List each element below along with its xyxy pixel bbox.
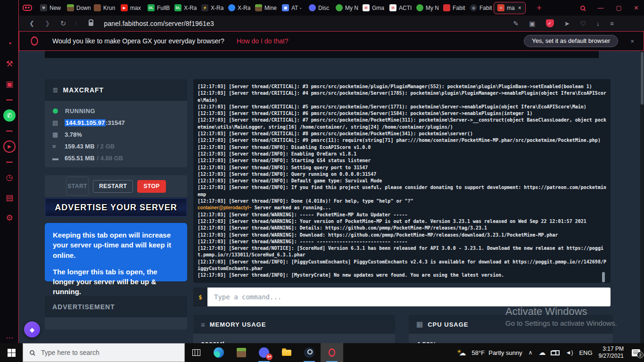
lock-icon[interactable] bbox=[89, 22, 93, 26]
search-tabs-icon[interactable] bbox=[580, 6, 585, 10]
taskbar-search-input[interactable] bbox=[40, 348, 158, 357]
start-button-windows[interactable] bbox=[0, 343, 23, 362]
browser-tab[interactable]: DLFullB bbox=[144, 2, 171, 14]
cpu-usage-header: ▦ CPU USAGE bbox=[409, 315, 613, 334]
power-buttons-card: START RESTART STOP bbox=[45, 175, 187, 197]
tab-favicon bbox=[255, 4, 262, 11]
task-view-button[interactable] bbox=[185, 343, 207, 362]
taskbar-edge[interactable] bbox=[207, 343, 230, 362]
tab-label: Fabit bbox=[453, 5, 465, 11]
taskbar-opera[interactable] bbox=[321, 343, 343, 362]
minimize-button[interactable]: — bbox=[597, 4, 603, 11]
snapshot-icon[interactable]: ▣ bbox=[529, 20, 535, 27]
url-text[interactable]: panel.fabithost.com/server/8f1961e3 bbox=[104, 20, 214, 27]
browser-tab[interactable]: Fabit bbox=[440, 2, 467, 14]
taskbar-minecraft[interactable] bbox=[230, 343, 253, 362]
tab-close-icon[interactable]: × bbox=[518, 5, 521, 11]
browser-tab[interactable]: ≺ma× bbox=[494, 2, 526, 14]
server-card-header: ≣ MAXCRAFT bbox=[45, 79, 187, 101]
set-default-button[interactable]: Yes, set it as default browser bbox=[524, 35, 618, 47]
browser-tab[interactable]: ▦AT - bbox=[279, 2, 305, 14]
video-popout-icon[interactable]: ▶ bbox=[3, 140, 16, 153]
taskbar-steam[interactable] bbox=[298, 343, 321, 362]
taskbar-clock[interactable]: 3:17 PM 9/27/2021 bbox=[599, 346, 624, 360]
browser-tab[interactable]: MACTI bbox=[386, 2, 413, 14]
weather-widget[interactable]: ☀☁ 58°F Partly sunny bbox=[457, 348, 522, 357]
gx-corner-icon[interactable]: ◔ bbox=[3, 38, 16, 50]
server-disk-used: 655.51 MB bbox=[65, 155, 95, 162]
bookmark-heart-icon[interactable]: ♡ bbox=[580, 20, 586, 27]
minecraft-icon bbox=[237, 348, 246, 357]
browser-tab[interactable]: Disc bbox=[305, 2, 332, 14]
browser-tab[interactable]: ◎Fabit bbox=[467, 2, 494, 14]
banner-help-link[interactable]: How do I do that? bbox=[237, 37, 289, 45]
browser-tab[interactable]: ⚡X-Ra bbox=[198, 2, 225, 14]
forward-icon[interactable]: ❯ bbox=[45, 20, 50, 27]
back-icon[interactable]: ❮ bbox=[29, 20, 34, 27]
close-window-button[interactable]: × bbox=[634, 4, 638, 12]
adblock-shield-icon[interactable]: ✓ bbox=[546, 19, 554, 27]
banner-close-icon[interactable]: × bbox=[630, 38, 634, 45]
volume-icon[interactable]: ◄) bbox=[566, 349, 573, 356]
restore-button[interactable]: ▢ bbox=[616, 4, 621, 11]
advertise-banner[interactable]: ADVERTISE YOUR SERVER bbox=[45, 198, 187, 217]
browser-tab[interactable]: DLX-Ra bbox=[171, 2, 198, 14]
steam-icon bbox=[304, 347, 314, 358]
downloads-icon[interactable]: ↓ bbox=[596, 20, 600, 27]
chat-widget-button[interactable]: ◆ bbox=[24, 321, 40, 337]
console-line: [12:17:03] [Server thread/CRITICAL]: #6 … bbox=[198, 110, 606, 117]
memory-usage-title: MEMORY USAGE bbox=[210, 321, 266, 328]
command-input[interactable] bbox=[207, 288, 611, 306]
send-to-device-icon[interactable]: ➤ bbox=[564, 20, 570, 27]
browser-tab[interactable]: ⚒New bbox=[37, 2, 64, 14]
reload-icon[interactable]: ↻ bbox=[60, 19, 66, 28]
server-cpu: 3.78% bbox=[65, 131, 82, 138]
tab-label: ma bbox=[507, 5, 515, 11]
onedrive-cloud-icon[interactable]: ☁ bbox=[539, 348, 546, 357]
settings-icon[interactable]: ⚙ bbox=[3, 212, 16, 224]
disk-icon: ▬ bbox=[52, 155, 65, 162]
opera-gx-logo bbox=[31, 36, 38, 46]
page-scrollbar-thumb[interactable] bbox=[641, 52, 644, 105]
sidebar-more-icon[interactable]: ⋯ bbox=[0, 333, 19, 342]
start-button[interactable]: START bbox=[66, 177, 89, 196]
easy-setup-icon[interactable]: ≡ bbox=[610, 20, 614, 27]
tray-chevron-icon[interactable]: ∧ bbox=[528, 349, 533, 356]
server-console[interactable]: [12:17:03] [Server thread/CRITICAL]: #3 … bbox=[193, 79, 611, 283]
notification-center-icon[interactable]: 2 bbox=[632, 349, 640, 356]
browser-tab[interactable]: Krun bbox=[91, 2, 117, 14]
uptime-info-box: Keeping this tab open will increase your… bbox=[45, 223, 187, 281]
browser-tab[interactable]: X-Ra bbox=[225, 2, 252, 14]
console-scrollbar-thumb[interactable] bbox=[602, 272, 605, 282]
taskbar-explorer[interactable] bbox=[275, 343, 298, 362]
whatsapp-icon[interactable]: ✆ bbox=[3, 109, 16, 122]
tab-label: Disc bbox=[318, 5, 329, 11]
tab-favicon bbox=[336, 4, 343, 11]
taskbar-discord[interactable]: 9+ bbox=[253, 343, 275, 362]
cpu-usage-body: 4.50% bbox=[409, 334, 613, 343]
browser-tab[interactable]: Mine bbox=[252, 2, 279, 14]
console-line: container@pterodactyl~ Server marked as … bbox=[198, 205, 606, 211]
browser-tab[interactable]: Down bbox=[64, 2, 91, 14]
twitch-icon[interactable]: ▣ bbox=[3, 78, 16, 90]
tab-label: ACTI bbox=[399, 5, 412, 11]
browser-tab[interactable]: My N bbox=[413, 2, 440, 14]
console-line: [12:17:03] [Server thread/WARNING]: Deta… bbox=[198, 225, 606, 231]
history-icon[interactable]: ◷ bbox=[3, 172, 16, 184]
console-line: [12:17:03] [Server thread/CRITICAL]: #4 … bbox=[198, 90, 606, 104]
browser-tab[interactable]: MGma bbox=[359, 2, 386, 14]
browser-tab[interactable]: My N bbox=[332, 2, 359, 14]
restart-button[interactable]: RESTART bbox=[93, 180, 133, 193]
language-indicator[interactable]: ENG bbox=[579, 349, 592, 356]
new-tab-button[interactable]: + bbox=[537, 3, 542, 13]
taskbar-search[interactable] bbox=[23, 343, 185, 362]
server-ip[interactable]: 144.91.105.97 bbox=[65, 119, 106, 126]
gx-cleaner-icon[interactable]: ⚒ bbox=[3, 58, 16, 70]
stop-button[interactable]: STOP bbox=[137, 180, 165, 193]
browser-tab-bar: ⚒NewDownKrun▶maxDLFullBDLX-Ra⚡X-RaX-RaMi… bbox=[19, 0, 644, 16]
browser-tab[interactable]: ▶max bbox=[117, 2, 144, 14]
gx-corner-button[interactable] bbox=[23, 5, 32, 11]
edit-address-icon[interactable]: ✎ bbox=[513, 20, 519, 27]
network-tray-icon[interactable] bbox=[552, 350, 560, 355]
extensions-icon[interactable]: ▤ bbox=[3, 192, 16, 204]
